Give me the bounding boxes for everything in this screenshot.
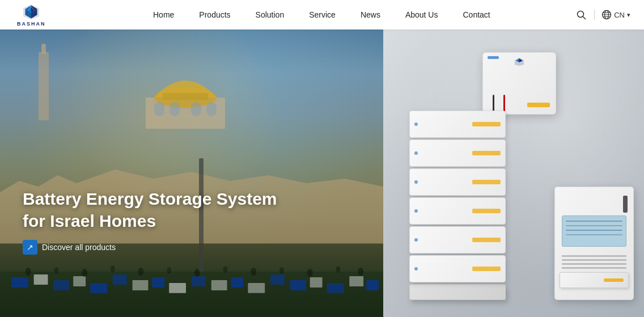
- lang-label: CN: [614, 11, 625, 19]
- svg-point-42: [223, 266, 228, 273]
- battery-unit-4: [409, 197, 506, 225]
- small-battery-indicator: [604, 278, 624, 282]
- svg-rect-29: [270, 274, 285, 285]
- inverter-indicator: [527, 103, 550, 107]
- battery-unit-1: [409, 111, 506, 138]
- cta-button[interactable]: ↗ Discover all products: [23, 240, 277, 255]
- svg-rect-17: [34, 274, 48, 285]
- svg-rect-34: [366, 280, 379, 290]
- battery-unit-5: [409, 226, 506, 253]
- hero-title: Battery Energy Storage System for Israel…: [23, 188, 277, 232]
- svg-rect-30: [290, 280, 306, 290]
- language-selector[interactable]: CN ▾: [601, 10, 630, 20]
- inverter-logo: [514, 57, 525, 66]
- svg-rect-12: [170, 102, 180, 116]
- svg-point-44: [279, 267, 284, 274]
- svg-rect-16: [11, 277, 28, 288]
- svg-rect-13: [191, 102, 201, 116]
- minaret-decoration: [39, 52, 49, 120]
- svg-point-38: [111, 265, 115, 272]
- svg-rect-32: [327, 283, 344, 293]
- svg-rect-33: [349, 276, 363, 286]
- battery-stack: [409, 111, 506, 300]
- svg-rect-20: [90, 283, 107, 293]
- cta-label: Discover all products: [42, 243, 116, 252]
- nav-products[interactable]: Products: [187, 0, 243, 29]
- search-icon[interactable]: [575, 9, 587, 21]
- vent-line-2: [562, 259, 626, 261]
- svg-point-45: [307, 269, 313, 277]
- svg-point-37: [82, 269, 87, 277]
- header-divider: [594, 10, 595, 20]
- svg-rect-31: [310, 277, 323, 288]
- svg-rect-25: [192, 276, 206, 286]
- svg-point-35: [26, 268, 31, 276]
- hero-panel: Battery Energy Storage System for Israel…: [0, 29, 383, 317]
- cta-arrow-icon: ↗: [23, 240, 37, 255]
- nav-service[interactable]: Service: [296, 0, 348, 29]
- nav-solution[interactable]: Solution: [243, 0, 297, 29]
- svg-point-47: [358, 268, 363, 276]
- svg-rect-21: [113, 274, 127, 285]
- main-content: Battery Energy Storage System for Israel…: [0, 29, 644, 317]
- svg-rect-24: [169, 283, 186, 293]
- product-panel: [383, 29, 644, 317]
- svg-point-39: [138, 268, 144, 276]
- hero-background: [0, 29, 383, 317]
- logo[interactable]: BASHAN: [17, 3, 46, 27]
- svg-rect-10: [163, 93, 208, 100]
- generator-unit: [554, 187, 634, 300]
- svg-point-40: [167, 267, 171, 274]
- svg-line-2: [583, 16, 586, 19]
- svg-rect-14: [206, 102, 217, 116]
- nav-about[interactable]: About Us: [393, 0, 451, 29]
- battery-base: [409, 284, 506, 300]
- svg-point-43: [251, 268, 256, 276]
- lang-dropdown-icon: ▾: [627, 11, 630, 19]
- nav-home[interactable]: Home: [141, 0, 187, 29]
- svg-rect-18: [53, 280, 69, 290]
- battery-unit-2: [409, 140, 506, 167]
- svg-rect-11: [154, 102, 164, 116]
- site-header: BASHAN Home Products Solution Service Ne…: [0, 0, 644, 29]
- generator-vents: [562, 255, 626, 271]
- svg-point-46: [336, 266, 340, 273]
- dome-decoration: [134, 52, 236, 132]
- svg-rect-26: [211, 280, 227, 290]
- vent-line-1: [562, 255, 626, 257]
- svg-point-36: [54, 267, 58, 274]
- nav-contact[interactable]: Contact: [450, 0, 502, 29]
- svg-rect-19: [73, 276, 86, 286]
- battery-unit-3: [409, 168, 506, 196]
- logo-text: BASHAN: [17, 21, 46, 27]
- vent-line-3: [562, 263, 626, 265]
- nav-news[interactable]: News: [348, 0, 393, 29]
- svg-rect-28: [248, 283, 265, 293]
- battery-unit-6: [409, 255, 506, 282]
- svg-rect-22: [133, 280, 149, 290]
- vent-line-4: [562, 267, 626, 269]
- header-actions: CN ▾: [575, 9, 630, 21]
- main-nav: Home Products Solution Service News Abou…: [69, 0, 575, 29]
- generator-display: [562, 215, 626, 247]
- svg-rect-23: [152, 277, 164, 288]
- hero-text-block: Battery Energy Storage System for Israel…: [23, 188, 277, 255]
- small-battery: [560, 272, 629, 288]
- svg-rect-27: [231, 277, 244, 288]
